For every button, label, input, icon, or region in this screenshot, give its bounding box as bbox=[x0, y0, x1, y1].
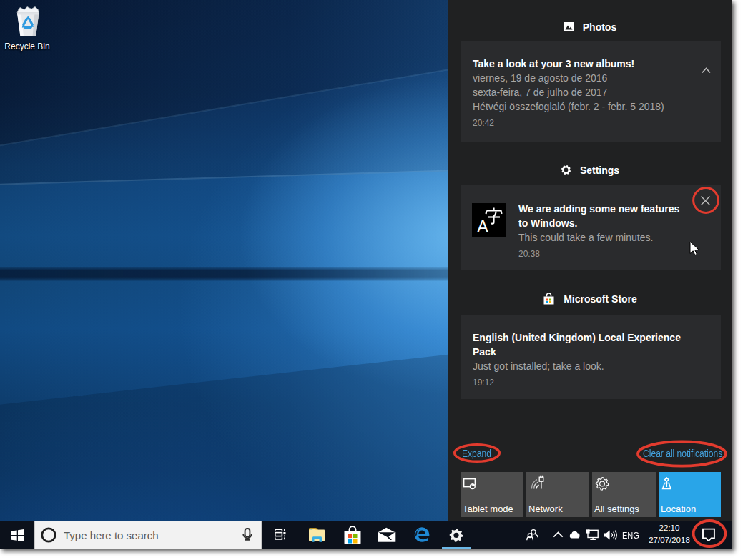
svg-text:A: A bbox=[477, 217, 488, 236]
